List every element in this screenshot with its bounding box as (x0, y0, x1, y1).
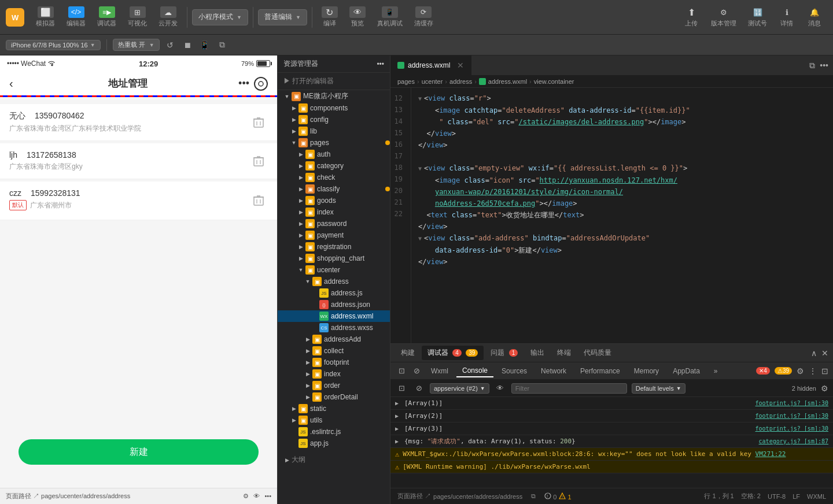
save-btn[interactable]: ⟳ 清缓存 (410, 4, 438, 30)
messages-btn[interactable]: 🔔 消息 (802, 4, 827, 30)
tree-item-order-detail[interactable]: ▶ ▣ orderDetail (278, 391, 390, 403)
phone-btn[interactable]: 📱 (198, 38, 212, 52)
filter-input[interactable] (511, 383, 627, 394)
tree-item-category[interactable]: ▶ ▣ category (278, 160, 390, 172)
tree-item-components[interactable]: ▶ ▣ components (278, 102, 390, 114)
cloud-btn[interactable]: ☁ 云开发 (154, 4, 182, 30)
dual-btn[interactable]: ⧉ (215, 38, 229, 52)
expand-btn[interactable]: ▶ (395, 400, 404, 406)
mode-dropdown[interactable]: 小程序模式 ▼ (192, 9, 248, 25)
tree-item-collect[interactable]: ▶ ▣ collect (278, 345, 390, 357)
expand-btn[interactable]: ▶ (395, 413, 404, 419)
status-copy-btn[interactable]: ⧉ (527, 490, 540, 503)
tree-item-app-js[interactable]: JS app.js (278, 438, 390, 449)
tree-item-registration[interactable]: ▶ ▣ registration (278, 241, 390, 253)
tree-item-payment[interactable]: ▶ ▣ payment (278, 229, 390, 241)
phone-more-icon[interactable]: ••• (264, 492, 271, 500)
tab-address-wxml[interactable]: address.wxml ✕ (390, 55, 471, 76)
tree-outline-section[interactable]: ▶ 大纲 (278, 454, 390, 466)
code-editor[interactable]: ▼<view class="r"> <image catchtap="delet… (411, 88, 833, 343)
upload-btn[interactable]: ⬆ 上传 (679, 4, 704, 30)
pause-exceptions-btn[interactable]: ⊘ (412, 382, 425, 395)
debug-settings-btn[interactable]: ⚙ (821, 384, 828, 393)
tree-item-index2[interactable]: ▶ ▣ index (278, 368, 390, 380)
open-editor-section[interactable]: ▶ 打开的编辑器 (278, 73, 390, 90)
source-selector[interactable]: appservice (#2) ▼ (430, 383, 489, 394)
nav-more-btn[interactable]: ••• (238, 77, 249, 90)
tree-item-order[interactable]: ▶ ▣ order (278, 380, 390, 391)
debug-collapse-btn[interactable]: ∧ (811, 349, 817, 358)
tree-item-classify[interactable]: ▶ ▣ classify (278, 183, 390, 195)
visualize-btn[interactable]: ⊞ 可视化 (123, 4, 152, 30)
split-editor-btn[interactable]: ⧉ (809, 61, 815, 71)
tree-item-address-wxss[interactable]: CS address.wxss (278, 322, 390, 333)
tree-item-address-json[interactable]: {} address.json (278, 299, 390, 310)
level-selector[interactable]: Default levels ▼ (632, 383, 685, 394)
log-link-3[interactable]: footprint.js? [sm]:30 (755, 425, 828, 432)
console-tab-memory[interactable]: Memory (628, 365, 665, 377)
tree-item-static[interactable]: ▶ ▣ static (278, 403, 390, 414)
console-more-btn[interactable]: ⋮ (809, 366, 817, 376)
debug-tab-terminal[interactable]: 终端 (551, 346, 577, 360)
remote-debug-btn[interactable]: 📱 真机调试 (373, 4, 407, 30)
refresh-btn[interactable]: ↺ (163, 38, 177, 52)
console-tab-sources[interactable]: Sources (496, 365, 533, 377)
test-btn[interactable]: 🔢 测试号 (743, 4, 772, 30)
console-tab-wxml[interactable]: Wxml (425, 365, 454, 377)
debug-close-btn[interactable]: ✕ (821, 349, 828, 358)
delete-addr-3-btn[interactable] (249, 191, 268, 210)
tree-item-footprint[interactable]: ▶ ▣ footprint (278, 357, 390, 368)
debug-tab-output[interactable]: 输出 (525, 346, 550, 360)
console-tab-network[interactable]: Network (535, 365, 572, 377)
visibility-btn[interactable]: 👁 (494, 382, 507, 395)
tab-close-btn[interactable]: ✕ (457, 61, 464, 70)
nav-circle-btn[interactable] (254, 77, 268, 91)
expand-btn[interactable]: ▶ (395, 425, 404, 432)
console-tab-console[interactable]: Console (456, 365, 493, 377)
tree-item-eslint[interactable]: JS .eslintrc.js (278, 426, 390, 438)
device-selector[interactable]: iPhone 6/7/8 Plus 100% 16 ▼ (6, 40, 101, 50)
console-tool-btn1[interactable]: ⊡ (395, 365, 408, 377)
debug-tab-debugger[interactable]: 调试器 4 39 (422, 346, 484, 360)
file-panel-more-btn[interactable]: ••• (377, 60, 384, 68)
debug-tab-build[interactable]: 构建 (395, 346, 421, 360)
tree-item-utils[interactable]: ▶ ▣ utils (278, 414, 390, 426)
log-link-4[interactable]: category.js? [sm]:87 (759, 438, 828, 444)
tree-item-ucenter[interactable]: ▼ ▣ ucenter (278, 264, 390, 276)
console-settings-btn[interactable]: ⚙ (797, 366, 804, 376)
debug-tab-quality[interactable]: 代码质量 (578, 346, 617, 360)
preview-btn[interactable]: 👁 预览 (345, 4, 370, 30)
phone-eye-icon[interactable]: 👁 (253, 492, 260, 500)
console-tab-appdata[interactable]: AppData (667, 365, 706, 377)
debugger-btn[interactable]: ≡▶ 调试器 (93, 4, 121, 30)
console-no-btn[interactable]: ⊘ (410, 365, 423, 377)
new-address-btn[interactable]: 新建 (19, 439, 259, 465)
log-link-1[interactable]: footprint.js? [sm]:30 (755, 400, 828, 406)
tree-item-address-add[interactable]: ▶ ▣ addressAdd (278, 333, 390, 345)
expand-btn[interactable]: ▶ (395, 438, 404, 444)
tree-item-check[interactable]: ▶ ▣ check (278, 172, 390, 183)
tree-item-index[interactable]: ▶ ▣ index (278, 206, 390, 218)
editor-btn[interactable]: </> 编辑器 (62, 4, 90, 30)
more-actions-btn[interactable]: ••• (820, 61, 828, 71)
log-link-2[interactable]: footprint.js? [sm]:30 (755, 413, 828, 419)
tree-item-goods[interactable]: ▶ ▣ goods (278, 195, 390, 206)
tree-item-password[interactable]: ▶ ▣ password (278, 218, 390, 229)
compile-btn[interactable]: ↻ 编译 (317, 4, 342, 30)
tree-item-address-wxml[interactable]: WX address.wxml (278, 310, 390, 322)
debug-tab-problems[interactable]: 问题 1 (485, 346, 524, 360)
tree-item-pages[interactable]: ▼ ▣ pages (278, 137, 390, 149)
tree-root[interactable]: ▼ ▣ ME微店小程序 (278, 90, 390, 102)
delete-addr-2-btn[interactable] (249, 152, 268, 171)
details-btn[interactable]: ℹ 详情 (774, 4, 799, 30)
tree-item-address-js[interactable]: JS address.js (278, 287, 390, 299)
tree-item-auth[interactable]: ▶ ▣ auth (278, 149, 390, 160)
nav-back-btn[interactable]: ‹ (9, 77, 13, 90)
delete-addr-1-btn[interactable] (249, 113, 268, 132)
clear-console-btn[interactable]: ⊡ (395, 382, 408, 395)
tree-item-config[interactable]: ▶ ▣ config (278, 114, 390, 125)
version-btn[interactable]: ⚙ 版本管理 (706, 4, 741, 30)
phone-settings-icon[interactable]: ⚙ (243, 492, 249, 500)
stop-btn[interactable]: ⏹ (180, 38, 194, 52)
tree-item-lib[interactable]: ▶ ▣ lib (278, 125, 390, 137)
